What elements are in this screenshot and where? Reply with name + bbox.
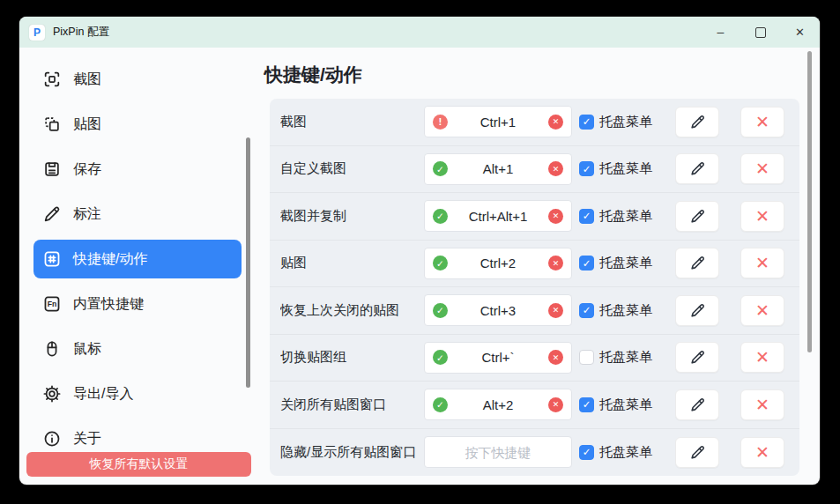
sidebar-scrollbar-thumb[interactable] — [246, 137, 250, 388]
edit-hotkey-button[interactable] — [675, 437, 719, 468]
pencil-icon — [689, 160, 706, 177]
sidebar-item-7[interactable]: 导出/导入 — [33, 374, 242, 413]
action-label: 恢复上次关闭的贴图 — [280, 302, 424, 319]
annotate-icon — [42, 204, 62, 224]
hotkey-field[interactable] — [448, 209, 548, 224]
hotkey-row: 切换贴图组✓✕托盘菜单✕ — [270, 335, 799, 382]
action-label: 截图并复制 — [280, 208, 424, 225]
delete-hotkey-button[interactable]: ✕ — [740, 248, 784, 278]
tray-menu-toggle[interactable]: 托盘菜单 — [579, 349, 652, 366]
action-label: 贴图 — [280, 255, 424, 271]
hotkey-row: 恢复上次关闭的贴图✓✕✓托盘菜单✕ — [270, 287, 799, 335]
clear-hotkey-icon[interactable]: ✕ — [548, 115, 563, 130]
hotkey-input[interactable]: ✓✕ — [424, 342, 572, 374]
pencil-icon — [689, 349, 706, 366]
tray-menu-label: 托盘菜单 — [599, 114, 652, 130]
hotkey-field[interactable] — [448, 303, 548, 318]
clear-hotkey-icon[interactable]: ✕ — [548, 256, 563, 271]
tray-menu-toggle[interactable]: ✓托盘菜单 — [579, 114, 652, 130]
hotkey-icon — [42, 249, 62, 269]
hotkey-ok-icon: ✓ — [433, 350, 448, 365]
clear-hotkey-icon[interactable]: ✕ — [548, 161, 563, 176]
sidebar-nav: 截图贴图保存标注快捷键/动作Fn内置快捷键鼠标导出/导入关于 — [19, 60, 256, 458]
edit-hotkey-button[interactable] — [675, 153, 719, 184]
hotkey-field[interactable] — [448, 161, 548, 176]
hotkey-field[interactable] — [448, 397, 548, 412]
delete-hotkey-button[interactable]: ✕ — [740, 201, 784, 232]
sidebar-item-2[interactable]: 保存 — [33, 150, 242, 189]
edit-hotkey-button[interactable] — [675, 107, 719, 137]
tray-menu-checkbox[interactable]: ✓ — [579, 303, 594, 318]
delete-hotkey-button[interactable]: ✕ — [740, 389, 784, 420]
delete-hotkey-button[interactable]: ✕ — [740, 342, 784, 373]
delete-x-icon: ✕ — [755, 255, 769, 271]
sidebar-item-0[interactable]: 截图 — [33, 60, 242, 99]
hotkey-input[interactable]: ✓✕ — [424, 200, 572, 232]
tray-menu-checkbox[interactable]: ✓ — [579, 256, 594, 271]
tray-menu-label: 托盘菜单 — [599, 255, 652, 271]
maximize-button[interactable] — [740, 17, 780, 48]
delete-x-icon: ✕ — [755, 349, 769, 366]
hotkey-input[interactable]: ✓✕ — [424, 294, 572, 326]
tray-menu-toggle[interactable]: ✓托盘菜单 — [579, 255, 652, 271]
tray-menu-toggle[interactable]: ✓托盘菜单 — [579, 160, 652, 177]
tray-menu-checkbox[interactable]: ✓ — [579, 445, 594, 460]
close-button[interactable]: ✕ — [780, 17, 820, 48]
hotkey-row: 贴图✓✕✓托盘菜单✕ — [270, 241, 799, 288]
tray-menu-toggle[interactable]: ✓托盘菜单 — [579, 397, 652, 413]
tray-menu-toggle[interactable]: ✓托盘菜单 — [579, 208, 652, 225]
tray-menu-checkbox[interactable]: ✓ — [579, 397, 594, 412]
edit-hotkey-button[interactable] — [675, 389, 719, 420]
main-content: 快捷键/动作 截图!✕✓托盘菜单✕自定义截图✓✕✓托盘菜单✕截图并复制✓✕✓托盘… — [256, 48, 820, 485]
sidebar-item-3[interactable]: 标注 — [33, 195, 242, 233]
restore-defaults-button[interactable]: 恢复所有默认设置 — [26, 452, 251, 477]
pin-image-icon — [42, 115, 62, 134]
delete-hotkey-button[interactable]: ✕ — [740, 153, 784, 184]
hotkey-ok-icon: ✓ — [433, 397, 448, 412]
delete-hotkey-button[interactable]: ✕ — [740, 107, 784, 137]
hotkey-row: 隐藏/显示所有贴图窗口✓托盘菜单✕ — [270, 429, 799, 477]
sidebar-item-1[interactable]: 贴图 — [33, 105, 242, 144]
hotkey-field[interactable] — [448, 115, 548, 130]
hotkey-input[interactable]: !✕ — [424, 106, 572, 137]
hotkey-input[interactable] — [424, 436, 572, 468]
minimize-button[interactable]: – — [701, 17, 740, 48]
sidebar-item-4[interactable]: 快捷键/动作 — [33, 240, 242, 278]
sidebar-item-5[interactable]: Fn内置快捷键 — [33, 285, 242, 323]
clear-hotkey-icon[interactable]: ✕ — [548, 303, 563, 318]
tray-menu-checkbox[interactable]: ✓ — [579, 115, 594, 130]
main-scrollbar-thumb[interactable] — [807, 51, 812, 352]
sidebar-item-label: 关于 — [73, 430, 101, 448]
edit-hotkey-button[interactable] — [675, 342, 719, 373]
tray-menu-checkbox[interactable]: ✓ — [579, 209, 594, 224]
tray-menu-checkbox[interactable] — [579, 350, 594, 365]
pencil-icon — [689, 397, 706, 413]
edit-hotkey-button[interactable] — [675, 248, 719, 278]
clear-hotkey-icon[interactable]: ✕ — [548, 397, 563, 412]
clear-hotkey-icon[interactable]: ✕ — [548, 209, 563, 224]
delete-hotkey-button[interactable]: ✕ — [740, 437, 784, 468]
tray-menu-label: 托盘菜单 — [599, 397, 652, 413]
pencil-icon — [689, 114, 706, 130]
edit-hotkey-button[interactable] — [675, 201, 719, 232]
delete-x-icon: ✕ — [755, 160, 769, 177]
hotkey-row: 关闭所有贴图窗口✓✕✓托盘菜单✕ — [270, 382, 799, 429]
hotkey-field[interactable] — [433, 445, 563, 460]
export-import-icon — [42, 384, 62, 404]
tray-menu-toggle[interactable]: ✓托盘菜单 — [579, 444, 652, 461]
tray-menu-checkbox[interactable]: ✓ — [579, 161, 594, 176]
sidebar-item-6[interactable]: 鼠标 — [33, 330, 242, 368]
hotkey-field[interactable] — [448, 350, 548, 365]
clear-hotkey-icon[interactable]: ✕ — [548, 350, 563, 365]
close-icon: ✕ — [795, 26, 805, 39]
hotkey-input[interactable]: ✓✕ — [424, 153, 572, 185]
tray-menu-label: 托盘菜单 — [599, 208, 652, 225]
delete-hotkey-button[interactable]: ✕ — [740, 295, 784, 326]
hotkey-field[interactable] — [448, 256, 548, 271]
tray-menu-toggle[interactable]: ✓托盘菜单 — [579, 302, 652, 319]
hotkey-input[interactable]: ✓✕ — [424, 389, 572, 420]
hotkey-input[interactable]: ✓✕ — [424, 248, 572, 279]
edit-hotkey-button[interactable] — [675, 295, 719, 326]
sidebar: 截图贴图保存标注快捷键/动作Fn内置快捷键鼠标导出/导入关于 恢复所有默认设置 — [19, 48, 256, 485]
pencil-icon — [689, 444, 706, 461]
